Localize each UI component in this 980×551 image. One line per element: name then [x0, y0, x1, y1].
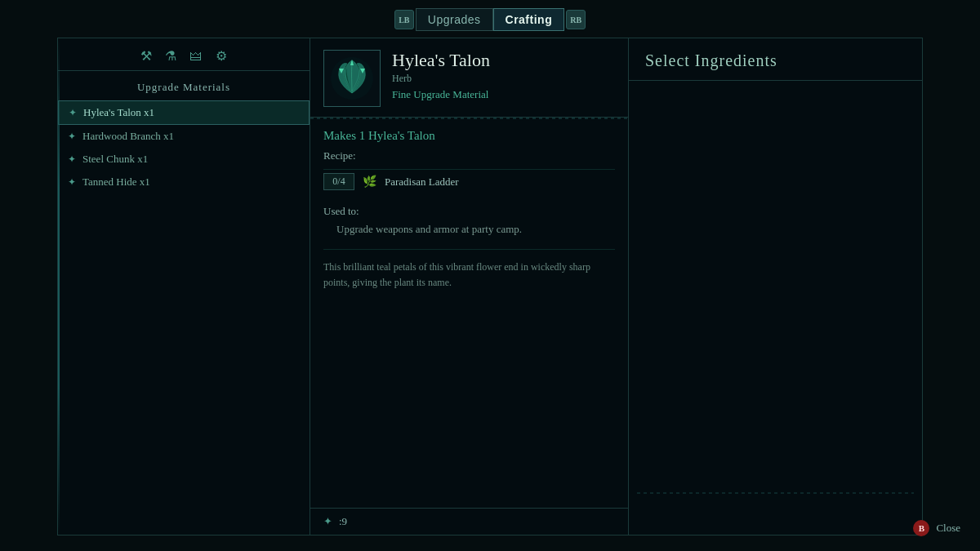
panel-title: Upgrade Materials [58, 78, 310, 100]
icon-gear: ⚙ [216, 48, 227, 64]
list-item-tanned[interactable]: ✦ Tanned Hide x1 [58, 171, 310, 193]
item-header: Hylea's Talon Herb Fine Upgrade Material [310, 38, 628, 118]
top-navigation: LB Upgrades Crafting RB [0, 0, 980, 38]
lb-button[interactable]: LB [394, 10, 414, 29]
close-label: Close [936, 522, 960, 535]
upgrades-tab[interactable]: Upgrades [416, 8, 493, 31]
item-category: Herb [392, 73, 615, 85]
list-item-hardwood[interactable]: ✦ Hardwood Branch x1 [58, 125, 310, 148]
bottom-bar: ✦ :9 [310, 508, 628, 535]
lore-text: This brilliant teal petals of this vibra… [323, 249, 615, 291]
recipe-label: Recipe: [323, 149, 615, 162]
right-panel: Select Ingredients [629, 38, 923, 535]
main-content: ⚒ ⚗ 🜲 ⚙ Upgrade Materials ✦ Hylea's Talo… [0, 38, 980, 535]
used-to-desc: Upgrade weapons and armor at party camp. [323, 221, 615, 238]
item-name: Hylea's Talon [392, 50, 615, 71]
panel-icons: ⚒ ⚗ 🜲 ⚙ [58, 48, 310, 71]
item-label-1: Hardwood Branch x1 [82, 130, 174, 143]
quantity-badge-0: 0/4 [323, 173, 354, 190]
icon-pestle: 🜲 [189, 49, 203, 64]
item-body: Makes 1 Hylea's Talon Recipe: 0/4 🌿 Para… [310, 119, 628, 508]
rb-button[interactable]: RB [566, 10, 586, 29]
middle-panel: Hylea's Talon Herb Fine Upgrade Material… [310, 38, 629, 535]
right-panel-title: Select Ingredients [629, 38, 922, 81]
item-icon-0: ✦ [69, 107, 77, 119]
used-to-section: Used to: Upgrade weapons and armor at pa… [323, 205, 615, 238]
recipe-icon-0: 🌿 [363, 175, 376, 189]
deco-divider-top [310, 118, 628, 119]
item-info: Hylea's Talon Herb Fine Upgrade Material [392, 50, 615, 101]
right-panel-deco [637, 492, 914, 494]
item-icon-2: ✦ [68, 153, 76, 166]
item-label-3: Tanned Hide x1 [82, 176, 150, 189]
recipe-item-0: 0/4 🌿 Paradisan Ladder [323, 169, 615, 193]
makes-text: Makes 1 Hylea's Talon [323, 129, 615, 143]
list-item-steel[interactable]: ✦ Steel Chunk x1 [58, 148, 310, 171]
icon-mortar: ⚗ [165, 48, 176, 64]
item-label-2: Steel Chunk x1 [82, 153, 148, 166]
item-label-0: Hylea's Talon x1 [83, 106, 154, 119]
item-icon-1: ✦ [68, 131, 76, 143]
close-button[interactable]: B Close [913, 520, 960, 536]
bottom-count: :9 [339, 515, 347, 528]
item-icon-3: ✦ [68, 176, 76, 189]
item-quality: Fine Upgrade Material [392, 88, 615, 101]
list-item-hylea[interactable]: ✦ Hylea's Talon x1 [58, 100, 310, 125]
used-to-label: Used to: [323, 205, 615, 218]
recipe-ingredient-0: Paradisan Ladder [385, 176, 459, 189]
icon-hammer: ⚒ [140, 48, 152, 64]
item-image [323, 50, 381, 107]
bottom-icon: ✦ [323, 515, 332, 528]
crafting-tab[interactable]: Crafting [493, 8, 565, 31]
left-panel: ⚒ ⚗ 🜲 ⚙ Upgrade Materials ✦ Hylea's Talo… [57, 38, 310, 535]
b-badge: B [913, 520, 929, 536]
